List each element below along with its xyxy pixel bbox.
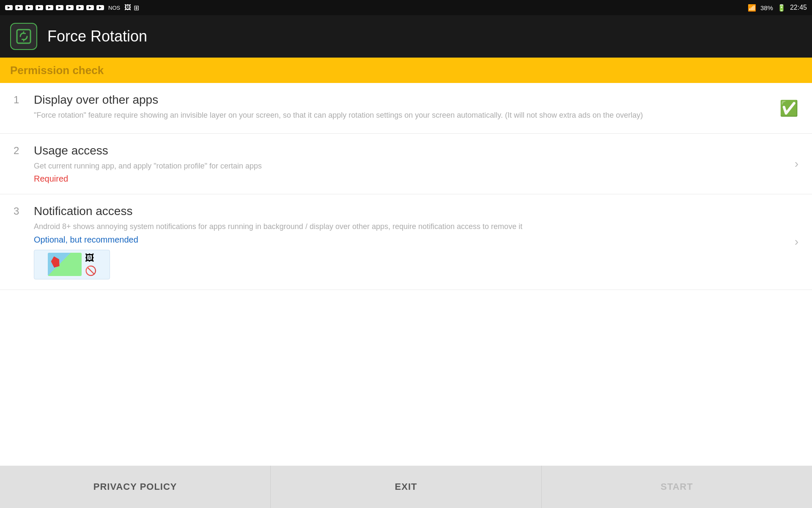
permission-status-optional: Optional, but recommended [34, 235, 788, 245]
permission-check-icon: ✅ [779, 99, 798, 117]
permission-arrow-3: › [795, 235, 798, 248]
permission-content-2: Usage access Get current running app, an… [34, 144, 788, 184]
permission-status-required: Required [34, 174, 788, 184]
permission-number-1: 1 [14, 94, 22, 106]
permission-item-usage[interactable]: 2 Usage access Get current running app, … [0, 134, 812, 194]
notif-icon-7 [66, 5, 74, 10]
map-pin [49, 255, 60, 268]
permission-content-1: Display over other apps "Force rotation"… [34, 93, 773, 123]
map-thumbnail [48, 253, 82, 276]
wifi-icon: 📶 [748, 4, 756, 12]
notif-icon-9 [86, 5, 94, 10]
app-bar: Force Rotation [0, 15, 812, 58]
permission-title-1: Display over other apps [34, 93, 773, 107]
notif-icon-2 [15, 5, 23, 10]
notif-icon-6 [56, 5, 63, 10]
status-bar-left: NOS 🖼 ⊞ [5, 4, 139, 12]
notif-icon-1 [5, 5, 13, 10]
notif-preview-inner: 🖼 🚫 [48, 253, 96, 276]
notif-icon-image: 🖼 [85, 253, 96, 264]
permission-content-3: Notification access Android 8+ shows ann… [34, 204, 788, 279]
permission-arrow-2: › [795, 157, 798, 171]
permission-desc-2: Get current running app, and apply "rota… [34, 161, 788, 171]
grid-icon: ⊞ [134, 4, 139, 12]
permission-title-3: Notification access [34, 204, 788, 218]
permission-title-2: Usage access [34, 144, 788, 157]
permission-number-3: 3 [14, 205, 22, 217]
notif-icon-8 [76, 5, 84, 10]
permission-item-notification[interactable]: 3 Notification access Android 8+ shows a… [0, 194, 812, 290]
app-icon [10, 23, 37, 50]
clock: 22:45 [790, 4, 807, 11]
notif-icon-4 [36, 5, 43, 10]
permission-number-2: 2 [14, 145, 22, 157]
app-icon-svg [14, 27, 33, 46]
bottom-bar: PRIVACY POLICY EXIT START [0, 466, 812, 508]
privacy-policy-button[interactable]: PRIVACY POLICY [0, 466, 271, 508]
notif-icon-10 [96, 5, 104, 10]
permission-desc-1: "Force rotation" feature require showing… [34, 110, 773, 121]
permission-banner-text: Permission check [10, 64, 104, 77]
notification-preview: 🖼 🚫 [34, 250, 110, 279]
start-button[interactable]: START [542, 466, 812, 508]
exit-button[interactable]: EXIT [271, 466, 541, 508]
app-title: Force Rotation [47, 28, 147, 45]
battery-icon: 🔋 [777, 4, 786, 12]
status-bar-right: 📶 38% 🔋 22:45 [748, 4, 807, 12]
nos-label: NOS [108, 5, 120, 11]
permission-desc-3: Android 8+ shows annoying system notific… [34, 221, 788, 232]
notif-icons: 🖼 🚫 [85, 253, 96, 276]
main-content: 1 Display over other apps "Force rotatio… [0, 83, 812, 466]
permission-item-display[interactable]: 1 Display over other apps "Force rotatio… [0, 83, 812, 134]
notif-icon-block: 🚫 [85, 265, 96, 276]
notif-icon-5 [46, 5, 53, 10]
permission-banner: Permission check [0, 58, 812, 83]
image-icon: 🖼 [124, 4, 131, 11]
notif-icon-3 [25, 5, 33, 10]
status-bar: NOS 🖼 ⊞ 📶 38% 🔋 22:45 [0, 0, 812, 15]
battery-percent: 38% [760, 4, 773, 11]
